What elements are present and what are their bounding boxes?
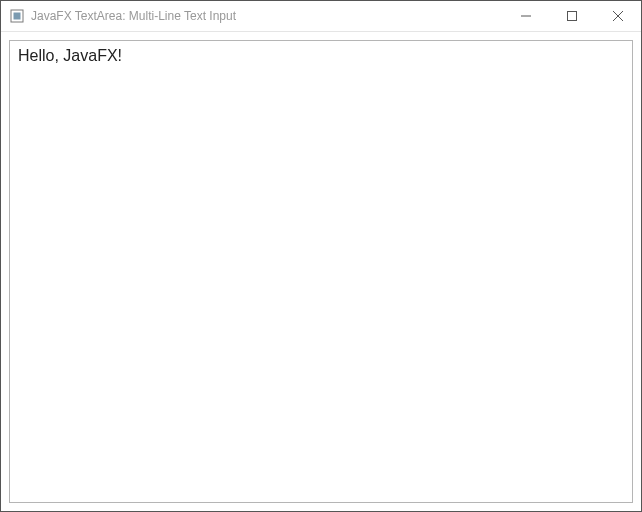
svg-rect-1 (14, 13, 21, 20)
multiline-text-input[interactable] (10, 41, 632, 502)
svg-rect-3 (568, 12, 577, 21)
window-controls (503, 1, 641, 31)
window-titlebar[interactable]: JavaFX TextArea: Multi-Line Text Input (1, 1, 641, 32)
client-area (1, 32, 641, 511)
textarea-container (9, 40, 633, 503)
window-title: JavaFX TextArea: Multi-Line Text Input (31, 1, 503, 32)
close-button[interactable] (595, 1, 641, 31)
minimize-button[interactable] (503, 1, 549, 31)
maximize-button[interactable] (549, 1, 595, 31)
java-cup-icon (9, 8, 25, 24)
